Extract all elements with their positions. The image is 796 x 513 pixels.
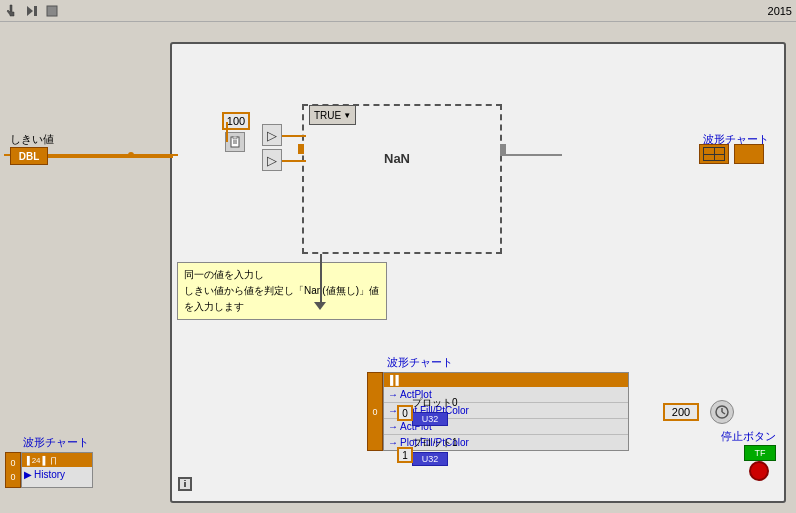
case-header: TRUE ▼	[309, 105, 356, 125]
year-label: 2015	[768, 5, 792, 17]
svg-line-9	[722, 412, 725, 414]
case-dropdown-icon[interactable]: ▼	[343, 111, 351, 120]
plot0-u32[interactable]: U32	[412, 412, 448, 426]
annotation-box: 同一の値を入力し しきい値から値を判定し「Nan(値無し)」値を入力します	[177, 262, 387, 320]
annotation-line2: しきい値から値を判定し「Nan(値無し)」値を入力します	[184, 285, 379, 312]
wire-h-case-wave	[502, 154, 562, 156]
svg-rect-1	[34, 6, 37, 16]
one-input-plot1: 1	[397, 447, 413, 463]
svg-rect-2	[47, 6, 57, 16]
bl-chart-header: ▐ 24 ▌ ∏	[22, 453, 92, 467]
wire-v-100	[226, 122, 228, 142]
const-200[interactable]: 200	[663, 403, 699, 421]
timer-icon[interactable]	[710, 400, 734, 424]
waveform-label-bl: 波形チャート	[23, 435, 93, 450]
svg-rect-4	[233, 136, 237, 139]
zero-input-bc: 0	[397, 405, 413, 421]
nan-label: NaN	[384, 151, 410, 166]
annotation-line1: 同一の値を入力し	[184, 269, 264, 280]
compare-icon-2[interactable]: ▷	[262, 149, 282, 171]
bl-history-row: ▶ History	[22, 467, 92, 482]
bottom-left-chart-wrapper: 波形チャート 0 0 ▐ 24 ▌ ∏ ▶ History	[5, 435, 93, 488]
case-structure: TRUE ▼ NaN	[302, 104, 502, 254]
svg-marker-0	[27, 6, 33, 16]
annotation-arrow-head	[314, 302, 326, 310]
main-block: 100 ▷ ▷ TRUE ▼ NaN	[170, 42, 786, 503]
compare-icon-1[interactable]: ▷	[262, 124, 282, 146]
case-true-label: TRUE	[314, 110, 341, 121]
plot1-u32[interactable]: U32	[412, 452, 448, 466]
wire-h-compare2	[282, 160, 306, 162]
waveform-label-bc: 波形チャート	[387, 355, 629, 370]
bl-chart: 0 0 ▐ 24 ▌ ∏ ▶ History	[5, 452, 93, 488]
while-counter: i	[178, 477, 192, 491]
waveform-output-2[interactable]	[734, 144, 764, 164]
case-input-terminal	[298, 144, 304, 154]
bc-num: 0	[367, 372, 383, 451]
plot0-section: プロット0 U32	[412, 396, 458, 426]
toolbar: 2015	[0, 0, 796, 22]
bc-header: ▐▌	[384, 373, 628, 387]
clipboard-icon[interactable]	[225, 132, 245, 152]
stop-circle[interactable]	[749, 461, 769, 481]
annotation-arrow-line	[320, 254, 322, 306]
plot1-label: プロット1	[412, 436, 458, 450]
plot1-section: プロット1 U32	[412, 436, 458, 466]
bottom-center-chart-area: 波形チャート 0 ▐▌ →ActPlot →Plot.Fill/PtColor	[367, 355, 629, 451]
forward-icon[interactable]	[24, 3, 40, 19]
stop-tf-box[interactable]: TF	[744, 445, 776, 461]
wire-h-compare1	[282, 135, 306, 137]
canvas: 100 ▷ ▷ TRUE ▼ NaN	[0, 22, 796, 513]
plot0-label: プロット0	[412, 396, 458, 410]
shikichi-label: しきい値	[10, 132, 54, 147]
waveform-output-1[interactable]	[699, 144, 729, 164]
stop-icon[interactable]	[44, 3, 60, 19]
dbl-box[interactable]: DBL	[10, 147, 48, 165]
stop-button-label: 停止ボタン	[721, 429, 776, 444]
bl-chart-body: ▐ 24 ▌ ∏ ▶ History	[21, 452, 93, 488]
hand-icon[interactable]	[4, 3, 20, 19]
bl-num-col: 0 0	[5, 452, 21, 488]
wire-junction	[128, 152, 134, 158]
history-label: History	[34, 469, 65, 480]
wire-dbl-to-main	[48, 156, 173, 158]
